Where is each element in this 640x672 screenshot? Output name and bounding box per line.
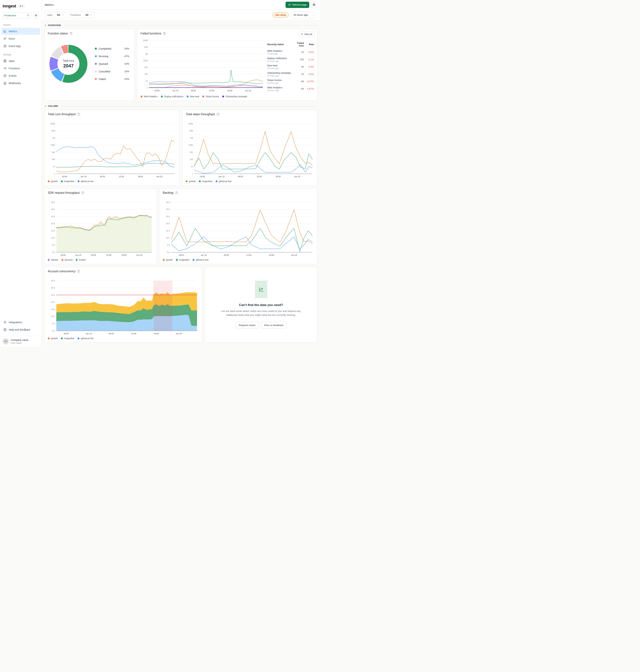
legend-item-failed[interactable]: Failed10%: [95, 77, 129, 81]
legend-item[interactable]: growth: [163, 259, 173, 261]
sidebar-item-metrics[interactable]: Metrics: [1, 28, 40, 35]
legend-item[interactable]: growth: [186, 180, 195, 183]
legend-item-cancelled[interactable]: Cancelled10%: [95, 70, 129, 73]
command-k-shortcut[interactable]: ⌘ K: [18, 4, 25, 8]
refresh-page-button[interactable]: Refresh page: [286, 2, 309, 8]
legend-pct: 47%: [124, 55, 129, 58]
refresh-page-label: Refresh page: [292, 3, 307, 6]
svg-text:18:00: 18:00: [276, 175, 281, 177]
help-icon[interactable]: ?: [77, 113, 80, 116]
view-all-button[interactable]: View all: [298, 31, 315, 37]
svg-text:15 K: 15 K: [51, 230, 55, 232]
webhooks-icon: [3, 82, 7, 85]
request-charts-button[interactable]: Request charts: [235, 322, 259, 328]
legend-label: github-pr-bot: [196, 259, 208, 261]
legend-item[interactable]: github-pr-bot: [77, 180, 93, 183]
svg-text:1M: 1M: [52, 137, 55, 139]
legend-item[interactable]: Deploy notifications: [161, 95, 183, 98]
legend-item[interactable]: Onboarding campaign: [222, 95, 247, 98]
sidebar-item-event-logs[interactable]: Event logs: [1, 43, 40, 49]
sidebar-item-events[interactable]: Events: [1, 72, 40, 79]
failed-time: 5 mins ago: [267, 53, 291, 55]
svg-text:10 K: 10 K: [51, 237, 55, 239]
sdk-request-chart: 0 K5 K10 K15 K20 K25 K30 K35 K18:00Jun 1…: [48, 201, 153, 257]
svg-text:10: 10: [191, 166, 193, 168]
legend-label: Cancelled: [99, 70, 110, 73]
sidebar-item-webhooks[interactable]: Webhooks: [1, 80, 40, 87]
environment-filter-button[interactable]: [33, 12, 39, 18]
table-row[interactable]: New lead20 mins ago 40 0.3%: [267, 64, 314, 70]
svg-text:10K: 10K: [189, 151, 193, 153]
legend-item[interactable]: inngestbot: [61, 337, 74, 340]
svg-text:Jun 20: Jun 20: [294, 175, 300, 177]
legend-item[interactable]: Stripe invoice: [202, 95, 219, 98]
help-icon[interactable]: ?: [77, 270, 80, 273]
legend-item[interactable]: github-pr-bot: [77, 337, 93, 340]
legend-item[interactable]: growth: [48, 180, 58, 183]
legend-item-running[interactable]: Running47%: [95, 55, 129, 58]
sidebar-item-label: Events: [9, 74, 17, 77]
time-range-select[interactable]: 24 hours ago: [291, 12, 317, 18]
legend-label: Completed: [99, 47, 111, 50]
legend-label: Deploy notifications: [164, 95, 183, 98]
failed-functions-card: Failed functions ? View all 11010010K100…: [137, 29, 317, 101]
legend-item-queued[interactable]: Queued15%: [95, 62, 129, 66]
card-title: Total runs throughput: [48, 113, 75, 116]
sidebar-item-apps[interactable]: Apps: [1, 57, 40, 65]
help-icon[interactable]: ?: [217, 113, 219, 116]
svg-text:18:00: 18:00: [227, 89, 232, 92]
svg-text:18:00: 18:00: [200, 175, 205, 177]
overview-collapse-toggle[interactable]: ▼: [45, 25, 46, 26]
table-row[interactable]: Web Analytics35 mins ago 50 1.67%: [267, 86, 314, 91]
function-status-donut: Total runs 2047: [49, 45, 87, 83]
sidebar-item-functions[interactable]: Functions: [1, 65, 40, 72]
failed-runs: 50: [292, 87, 304, 90]
svg-text:Jun 19: Jun 19: [86, 332, 92, 335]
legend-item-completed[interactable]: Completed24%: [95, 47, 129, 50]
legend-item[interactable]: inngestbot: [176, 259, 189, 261]
legend-item[interactable]: github-pr-bot: [193, 259, 208, 261]
volume-collapse-toggle[interactable]: ▼: [45, 105, 46, 107]
help-icon[interactable]: ?: [70, 32, 73, 35]
legend-item[interactable]: Ended: [76, 259, 85, 261]
legend-item[interactable]: github-pr-bot: [216, 180, 231, 183]
legend-dot: [186, 181, 188, 182]
svg-text:18:00: 18:00: [154, 332, 159, 335]
help-icon[interactable]: ?: [163, 32, 166, 35]
table-row[interactable]: Onboarding campaign22 mins ago 10 0.5%: [267, 71, 314, 77]
apps-filter[interactable]: Apps All: [45, 12, 66, 18]
legend-item[interactable]: Queued: [61, 259, 73, 261]
settings-button[interactable]: [311, 2, 317, 8]
table-row[interactable]: Web Analytics5 mins ago 10 0.5%: [267, 49, 314, 55]
account-switcher[interactable]: CN Company name User name: [0, 336, 42, 347]
svg-text:10 K: 10 K: [51, 315, 55, 317]
give-feedback-button[interactable]: Give us feedback: [261, 322, 287, 328]
legend-item[interactable]: Started: [48, 259, 58, 261]
svg-text:25 K: 25 K: [166, 215, 170, 218]
legend-item[interactable]: inngestbot: [199, 180, 212, 183]
table-row[interactable]: Deploy notification10 mins ago 700 0.1%: [267, 57, 314, 62]
sidebar-item-help-feedback[interactable]: Help and feedback: [1, 326, 40, 333]
legend-item[interactable]: Web Analytics: [141, 95, 158, 98]
backlog-chart: 0 K5 K10 K15 K20 K25 K30 K35 K18:00Jun 1…: [163, 201, 314, 257]
card-title: Backlog: [163, 191, 173, 195]
volume-section-title: VOLUME: [48, 105, 58, 108]
help-icon[interactable]: ?: [175, 191, 178, 194]
svg-text:18:00: 18:00: [269, 254, 274, 256]
donut-center-value: 2047: [63, 63, 74, 69]
legend-dot: [95, 70, 97, 72]
legend-item[interactable]: growth: [48, 337, 58, 340]
environment-select[interactable]: Production: [2, 12, 31, 18]
sidebar-item-integrations[interactable]: Integrations: [1, 319, 40, 326]
functions-filter[interactable]: Functions All: [68, 12, 94, 18]
sidebar-item-runs[interactable]: Runs: [1, 35, 40, 42]
table-row[interactable]: Stripe invoice25 mins ago 60 0.07%: [267, 79, 314, 84]
help-icon[interactable]: ?: [81, 191, 84, 194]
legend-item[interactable]: inngestbot: [61, 180, 74, 183]
svg-text:1: 1: [54, 173, 55, 175]
failed-runs: 10: [292, 73, 304, 75]
legend-dot: [77, 338, 79, 339]
svg-text:Jun 20: Jun 20: [245, 89, 251, 92]
total-runs-chart: 11010010K100K1M10M100M18:00Jun 1906:0012…: [48, 122, 176, 178]
legend-item[interactable]: New lead: [187, 95, 199, 98]
